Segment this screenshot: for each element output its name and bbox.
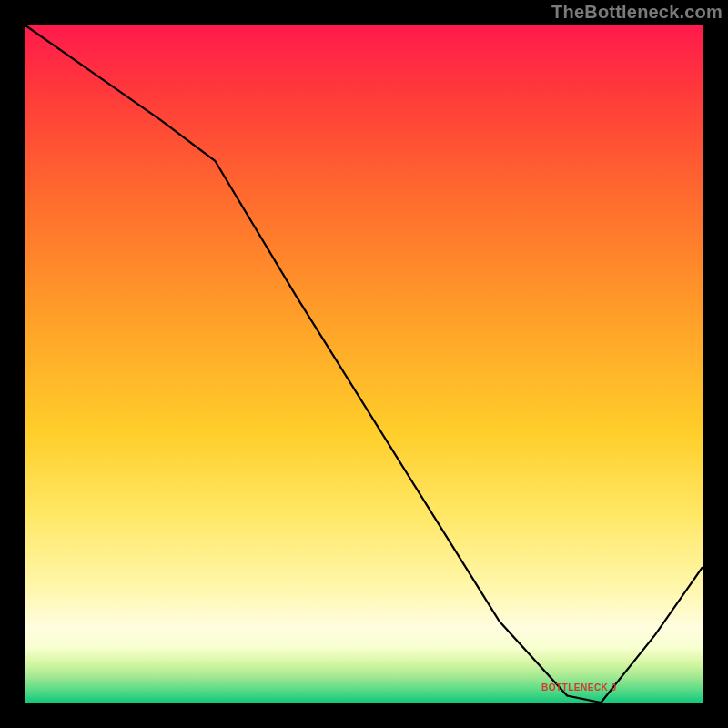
chart-frame: TheBottleneck.com BOTTLENECK 0 xyxy=(0,0,728,728)
plot-area: BOTTLENECK 0 xyxy=(25,25,703,703)
attribution-text: TheBottleneck.com xyxy=(551,2,723,23)
inner-watermark: BOTTLENECK 0 xyxy=(541,682,617,693)
bottleneck-curve xyxy=(25,25,703,703)
